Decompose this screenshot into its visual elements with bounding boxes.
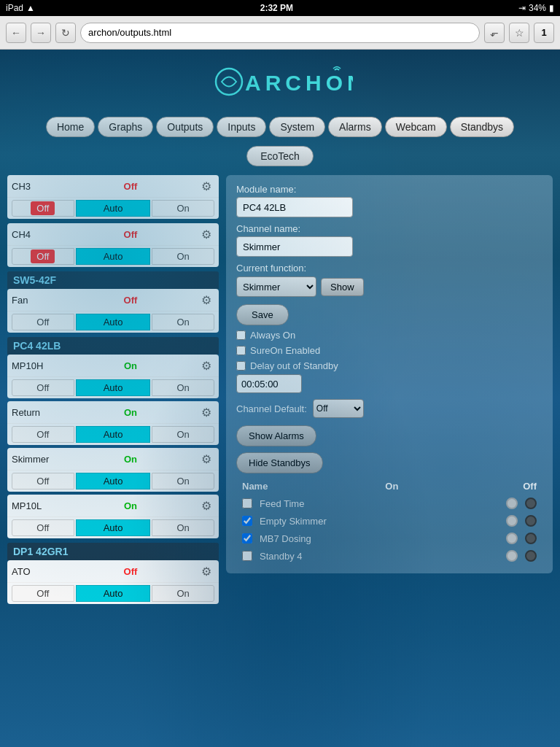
always-on-checkbox[interactable] [236,330,246,340]
address-bar[interactable]: archon/outputs.html [80,23,480,43]
delay-time-input[interactable] [236,374,302,393]
delay-standby-label: Delay out of Standby [236,360,542,371]
ctrl-off-mp10h[interactable]: Off [12,379,74,396]
emptyskimmer-radio-on[interactable] [506,515,518,527]
channel-group-fan: Fan Off ⚙ Off Auto On [7,289,219,333]
ctrl-auto-ch3[interactable]: Auto [76,200,151,217]
standby4-radio-on[interactable] [506,550,518,562]
ctrl-on-mp10h[interactable]: On [152,379,214,396]
delay-standby-checkbox[interactable] [236,361,246,371]
channel-status-return: On [63,407,198,418]
gear-icon-ato[interactable]: ⚙ [198,563,214,579]
emptyskimmer-checkbox[interactable] [242,516,252,526]
show-function-button[interactable]: Show [321,278,364,296]
ctrl-on-return[interactable]: On [152,426,214,443]
save-button[interactable]: Save [236,304,289,325]
forward-button[interactable]: → [31,23,51,43]
channel-default-label: Channel Default: [236,403,307,414]
ctrl-off-fan[interactable]: Off [12,314,74,330]
svg-point-0 [216,69,242,95]
reload-button[interactable]: ↻ [55,23,76,43]
channel-name-label: Channel name: [236,223,542,234]
mb7dosing-radio-off[interactable] [525,533,537,544]
ecotech-button[interactable]: EcoTech [246,146,314,166]
standbys-header: Name On Off [236,478,542,495]
standby-row-emptyskimmer: Empty Skimmer [236,512,542,530]
emptyskimmer-radio-off[interactable] [525,515,537,527]
ctrl-off-ch3[interactable]: Off [12,200,74,217]
right-panel: Module name: Channel name: Current funct… [226,175,553,579]
channel-status-fan: Off [63,295,198,306]
channel-status-ato: Off [63,566,198,577]
tab-count[interactable]: 1 [534,23,554,43]
channel-row-ch3: CH3 Off ⚙ [7,175,219,198]
gear-icon-mp10l[interactable]: ⚙ [198,498,214,514]
channel-group-mp10l: MP10L On ⚙ Off Auto On [7,495,219,538]
ctrl-on-ato[interactable]: On [152,585,214,602]
nav-standbys[interactable]: Standbys [450,117,514,137]
sureon-enabled-checkbox[interactable] [236,346,246,355]
channel-status-mp10l: On [63,500,198,511]
status-left: iPad ▲ [6,3,35,13]
nav-outputs[interactable]: Outputs [156,117,214,137]
channel-group-ch4: CH4 Off ⚙ Off Auto On [7,223,219,267]
mb7dosing-radio-on[interactable] [506,533,518,544]
standby4-radio-off[interactable] [525,550,537,562]
ctrl-off-ch4[interactable]: Off [12,248,74,265]
ctrl-on-skimmer[interactable]: On [152,473,214,489]
nav-webcam[interactable]: Webcam [385,117,447,137]
standby4-name: Standby 4 [260,551,502,562]
ctrl-auto-fan[interactable]: Auto [76,314,151,330]
main-content: CH3 Off ⚙ Off Auto On [0,171,560,613]
gear-icon-ch3[interactable]: ⚙ [198,178,214,194]
feedtime-checkbox[interactable] [242,498,252,508]
control-row-ch4: Off Auto On [7,246,219,267]
ctrl-on-mp10l[interactable]: On [152,519,214,536]
channel-name-input[interactable] [236,236,353,257]
share-icon[interactable]: ⬐ [484,23,505,43]
channel-default-select[interactable]: Off On [313,399,364,418]
standby4-checkbox[interactable] [242,551,252,561]
ctrl-auto-ch4[interactable]: Auto [76,248,151,265]
channel-status-ch3: Off [63,181,198,192]
ctrl-off-mp10l[interactable]: Off [12,519,74,536]
gear-icon-ch4[interactable]: ⚙ [198,226,214,242]
ctrl-auto-skimmer[interactable]: Auto [76,473,151,489]
nav-inputs[interactable]: Inputs [217,117,266,137]
back-button[interactable]: ← [6,23,26,43]
gear-icon-mp10h[interactable]: ⚙ [198,357,214,374]
gear-icon-return[interactable]: ⚙ [198,404,214,420]
gear-icon-skimmer[interactable]: ⚙ [198,451,214,467]
nav-home[interactable]: Home [46,117,95,137]
feedtime-name: Feed Time [260,498,502,509]
ctrl-on-ch3[interactable]: On [152,200,214,217]
function-select[interactable]: Skimmer Return Fan Light Heater [236,276,316,297]
ctrl-off-skimmer[interactable]: Off [12,473,74,489]
channel-name-mp10l: MP10L [12,500,63,511]
ctrl-auto-return[interactable]: Auto [76,426,151,443]
hide-standbys-button[interactable]: Hide Standbys [236,452,323,473]
feedtime-radio-off[interactable] [525,498,537,509]
module-name-input[interactable] [236,197,353,217]
ctrl-off-return[interactable]: Off [12,426,74,443]
ctrl-on-ch4[interactable]: On [152,248,214,265]
bookmark-icon[interactable]: ☆ [509,23,529,43]
ctrl-on-fan[interactable]: On [152,314,214,330]
always-on-label: Always On [236,330,542,341]
channel-name-fan: Fan [12,295,63,306]
nav-graphs[interactable]: Graphs [98,117,153,137]
mb7dosing-checkbox[interactable] [242,533,252,543]
nav-alarms[interactable]: Alarms [328,117,382,137]
ctrl-auto-mp10h[interactable]: Auto [76,379,151,396]
feedtime-radio-on[interactable] [506,498,518,509]
ctrl-auto-mp10l[interactable]: Auto [76,519,151,536]
show-alarms-button[interactable]: Show Alarms [236,425,316,446]
ctrl-off-ato[interactable]: Off [12,585,74,602]
gear-icon-fan[interactable]: ⚙ [198,292,214,308]
standby-row-feedtime: Feed Time [236,495,542,512]
settings-box: Module name: Channel name: Current funct… [226,175,553,573]
control-row-ch3: Off Auto On [7,198,219,219]
logo-area: ARCHON [0,50,560,112]
ctrl-auto-ato[interactable]: Auto [76,585,151,602]
nav-system[interactable]: System [269,117,325,137]
